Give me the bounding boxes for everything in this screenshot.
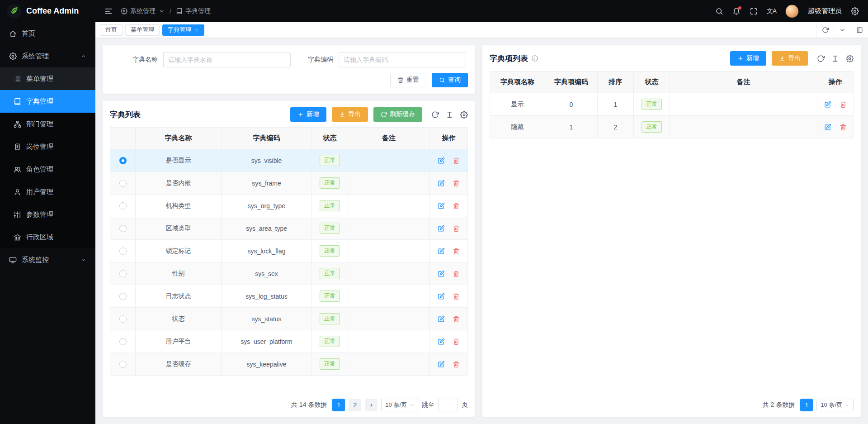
delete-icon[interactable]: [840, 101, 847, 108]
sidebar-item-dict-mgmt[interactable]: 字典管理: [0, 90, 95, 113]
gear-icon[interactable]: [460, 111, 468, 119]
table-row[interactable]: 是否内嵌 sys_frame 正常: [110, 172, 468, 195]
delete-icon[interactable]: [453, 202, 460, 210]
sidebar-item-system-mgmt[interactable]: 系统管理: [0, 45, 95, 67]
jump-page-input[interactable]: [438, 399, 458, 411]
dict-name-label: 字典名称: [132, 56, 158, 64]
settings-icon[interactable]: [851, 7, 859, 15]
edit-icon[interactable]: [824, 101, 831, 108]
table-row[interactable]: 是否缓存 sys_keepalive 正常: [110, 353, 468, 376]
delete-icon[interactable]: [453, 225, 460, 232]
row-radio[interactable]: [119, 315, 127, 323]
refresh-icon[interactable]: [816, 22, 834, 38]
table-row[interactable]: 锁定标记 sys_lock_flag 正常: [110, 240, 468, 262]
row-radio[interactable]: [119, 225, 127, 232]
delete-icon[interactable]: [453, 338, 460, 345]
delete-icon[interactable]: [453, 361, 460, 368]
dict-code-input[interactable]: [339, 52, 466, 67]
add-button[interactable]: 新增: [730, 51, 766, 66]
add-button[interactable]: 新增: [290, 107, 326, 122]
table-row[interactable]: 显示 0 1 正常: [490, 93, 854, 116]
sidebar-item-menu-mgmt[interactable]: 菜单管理: [0, 67, 95, 90]
edit-icon[interactable]: [438, 361, 445, 368]
notification-bell[interactable]: [732, 7, 741, 15]
edit-icon[interactable]: [438, 293, 445, 300]
page-2-button[interactable]: 2: [349, 399, 361, 411]
column-settings-icon[interactable]: [831, 55, 839, 62]
next-page-button[interactable]: [365, 399, 377, 411]
tab-dict-mgmt[interactable]: 字典管理: [162, 24, 204, 36]
page-size-select[interactable]: 10 条/页: [816, 399, 854, 411]
close-icon[interactable]: [194, 28, 199, 33]
page-1-button[interactable]: 1: [332, 399, 345, 411]
chevron-down-icon[interactable]: [834, 22, 851, 38]
row-radio[interactable]: [119, 338, 127, 345]
tab-home[interactable]: 首页: [100, 24, 123, 36]
delete-icon[interactable]: [453, 315, 460, 323]
sidebar-item-user-mgmt[interactable]: 用户管理: [0, 181, 95, 203]
breadcrumb-item-system[interactable]: 系统管理: [121, 7, 165, 15]
dict-name-input[interactable]: [163, 52, 291, 67]
sidebar-item-dept-mgmt[interactable]: 部门管理: [0, 113, 95, 135]
table-row[interactable]: 日志状态 sys_log_status 正常: [110, 285, 468, 308]
edit-icon[interactable]: [438, 180, 445, 187]
edit-icon[interactable]: [438, 338, 445, 345]
delete-icon[interactable]: [453, 180, 460, 187]
table-row[interactable]: 隐藏 1 2 正常: [490, 116, 854, 138]
refresh-icon[interactable]: [817, 55, 825, 62]
query-button[interactable]: 查询: [432, 73, 468, 87]
fullscreen-icon[interactable]: [750, 7, 758, 15]
edit-icon[interactable]: [438, 248, 445, 255]
row-radio[interactable]: [119, 248, 127, 255]
sidebar-item-system-monitor[interactable]: 系统监控: [0, 248, 95, 271]
table-row[interactable]: 机构类型 sys_org_type 正常: [110, 195, 468, 217]
edit-icon[interactable]: [438, 315, 445, 323]
translate-icon[interactable]: 文A: [767, 7, 776, 15]
export-button[interactable]: 导出: [772, 51, 808, 66]
page-1-button[interactable]: 1: [800, 399, 813, 411]
tab-menu-mgmt[interactable]: 菜单管理: [125, 24, 160, 36]
sidebar-item-role-mgmt[interactable]: 角色管理: [0, 158, 95, 181]
reset-button[interactable]: 重置: [390, 73, 426, 87]
edit-icon[interactable]: [438, 202, 445, 210]
sidebar-item-region-mgmt[interactable]: 行政区域: [0, 226, 95, 248]
table-row[interactable]: 用户平台 sys_user_platform 正常: [110, 330, 468, 353]
row-radio[interactable]: [119, 202, 127, 210]
logo[interactable]: Coffee Admin: [0, 0, 95, 22]
table-row[interactable]: 性别 sys_sex 正常: [110, 262, 468, 285]
row-radio[interactable]: [119, 270, 127, 277]
menu-fold-icon[interactable]: [104, 7, 113, 15]
table-row[interactable]: 状态 sys_status 正常: [110, 308, 468, 330]
sidebar-item-param-mgmt[interactable]: 参数管理: [0, 203, 95, 226]
username[interactable]: 超级管理员: [808, 7, 842, 15]
search-icon[interactable]: [715, 7, 723, 15]
delete-icon[interactable]: [840, 124, 847, 131]
edit-icon[interactable]: [824, 124, 831, 131]
info-icon[interactable]: [531, 55, 538, 62]
avatar[interactable]: [785, 5, 799, 18]
refresh-cache-button[interactable]: 刷新缓存: [373, 107, 422, 122]
table-row[interactable]: 区域类型 sys_area_type 正常: [110, 217, 468, 240]
delete-icon[interactable]: [453, 293, 460, 300]
edit-icon[interactable]: [438, 157, 445, 164]
row-radio[interactable]: [119, 361, 127, 368]
sidebar-item-home[interactable]: 首页: [0, 22, 95, 45]
layout-icon[interactable]: [851, 22, 868, 38]
sidebar-item-post-mgmt[interactable]: 岗位管理: [0, 135, 95, 158]
column-settings-icon[interactable]: [446, 111, 453, 119]
table-row[interactable]: 是否显示 sys_visible 正常: [110, 149, 468, 172]
delete-icon[interactable]: [453, 157, 460, 164]
status-badge: 正常: [320, 223, 340, 233]
refresh-icon[interactable]: [431, 111, 439, 119]
edit-icon[interactable]: [438, 225, 445, 232]
delete-icon[interactable]: [453, 248, 460, 255]
edit-icon[interactable]: [438, 270, 445, 277]
row-radio[interactable]: [119, 180, 127, 187]
row-radio[interactable]: [119, 293, 127, 300]
row-radio[interactable]: [119, 157, 127, 164]
breadcrumb-item-dict[interactable]: 字典管理: [176, 7, 211, 15]
page-size-select[interactable]: 10 条/页: [381, 399, 418, 411]
gear-icon[interactable]: [846, 55, 854, 62]
export-button[interactable]: 导出: [332, 107, 368, 122]
delete-icon[interactable]: [453, 270, 460, 277]
